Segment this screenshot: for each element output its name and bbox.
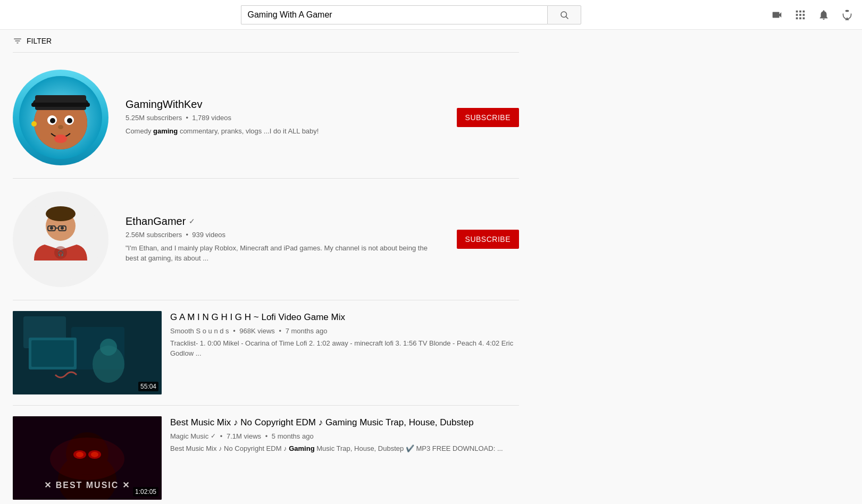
video-title-2[interactable]: Best Music Mix ♪ No Copyright EDM ♪ Gami… xyxy=(170,416,519,429)
video-info-1: G A M I N G H I G H ~ Lofi Video Game Mi… xyxy=(170,311,519,359)
channel-subscribers: 5.25M subscribers xyxy=(125,114,182,122)
svg-point-25 xyxy=(54,135,67,143)
svg-point-0 xyxy=(561,12,567,18)
svg-rect-11 xyxy=(846,10,849,11)
video-channel-1[interactable]: Smooth S o u n d s xyxy=(170,327,229,335)
desc-after: commentary, pranks, vlogs ...I do it ALL… xyxy=(178,127,319,135)
svg-point-22 xyxy=(50,118,55,123)
svg-point-33 xyxy=(50,226,53,230)
svg-point-34 xyxy=(61,226,64,230)
search-button[interactable] xyxy=(547,5,581,24)
svg-point-23 xyxy=(67,118,72,123)
svg-rect-8 xyxy=(796,17,798,19)
channel-meta: 5.25M subscribers • 1,789 videos xyxy=(125,114,440,122)
svg-point-24 xyxy=(58,125,63,129)
desc-before: Comedy xyxy=(125,127,153,135)
grid-icon[interactable] xyxy=(794,9,807,21)
channel-info-2: EthanGamer ✓ 2.56M subscribers • 939 vid… xyxy=(125,215,440,264)
svg-rect-10 xyxy=(803,17,805,19)
svg-point-29 xyxy=(46,206,76,221)
channel-name: GamingWithKev xyxy=(125,98,440,111)
video-duration-1: 55:04 xyxy=(138,382,158,391)
channel-avatar-2[interactable]: 🎧 xyxy=(13,191,108,287)
video-age-2: 5 months ago xyxy=(272,432,314,440)
channel-videos: 1,789 videos xyxy=(192,114,231,122)
channel-result-2: 🎧 EthanGamer ✓ 2.56M subscribers • 939 v… xyxy=(13,179,519,300)
desc-text-2: "I'm Ethan, and I mainly play Roblox, Mi… xyxy=(125,244,428,263)
avatar-image-2: 🎧 xyxy=(18,197,103,282)
svg-rect-5 xyxy=(796,14,798,16)
video-meta-1: Smooth S o u n d s • 968K views • 7 mont… xyxy=(170,327,519,335)
channel-name-text[interactable]: GamingWithKev xyxy=(125,98,203,111)
header-right xyxy=(771,9,853,21)
channel-subscribers-2: 2.56M subscribers xyxy=(125,231,182,239)
video-age-1: 7 months ago xyxy=(286,327,328,335)
svg-rect-4 xyxy=(803,10,805,12)
video-result-2: ✕ BEST MUSIC ✕ 1:02:05 Best Music Mix ♪ … xyxy=(13,406,519,504)
video-views-2: 7.1M views xyxy=(227,432,261,440)
svg-rect-9 xyxy=(799,17,801,19)
svg-line-1 xyxy=(566,16,568,19)
video-channel-2[interactable]: Magic Music xyxy=(170,432,208,440)
video-result-1: 55:04 G A M I N G H I G H ~ Lofi Video G… xyxy=(13,300,519,406)
channel-meta-2: 2.56M subscribers • 939 videos xyxy=(125,231,440,239)
channel-result: GamingWithKev 5.25M subscribers • 1,789 … xyxy=(13,57,519,179)
subscribe-button-kev[interactable]: SUBSCRIBE xyxy=(457,108,519,127)
video-duration-2: 1:02:05 xyxy=(133,487,158,497)
video-views-1: 968K views xyxy=(239,327,274,335)
avatar-image xyxy=(18,75,103,160)
svg-rect-19 xyxy=(31,103,90,107)
filter-label[interactable]: FILTER xyxy=(27,37,52,45)
video-description-1: Tracklist- 1. 0:00 Mikel - Ocarina of Ti… xyxy=(170,338,519,359)
video-thumbnail-1[interactable]: 55:04 xyxy=(13,311,162,394)
main-content: FILTER xyxy=(0,30,532,504)
subscribe-button-ethan[interactable]: SUBSCRIBE xyxy=(457,230,519,249)
verified-icon: ✓ xyxy=(189,217,195,225)
video-description-2: Best Music Mix ♪ No Copyright EDM ♪ Gami… xyxy=(170,443,519,454)
mic-icon[interactable] xyxy=(841,9,853,21)
svg-rect-3 xyxy=(799,10,801,12)
channel-avatar[interactable] xyxy=(13,70,108,165)
video-info-2: Best Music Mix ♪ No Copyright EDM ♪ Gami… xyxy=(170,416,519,453)
search-bar xyxy=(241,5,581,24)
video-desc-bold-2: Gaming xyxy=(289,444,314,452)
channel-videos-2: 939 videos xyxy=(192,231,225,239)
channel-name-2: EthanGamer ✓ xyxy=(125,215,440,228)
channel-info: GamingWithKev 5.25M subscribers • 1,789 … xyxy=(125,98,440,137)
filter-icon xyxy=(13,36,22,46)
video-desc-text-1: Tracklist- 1. 0:00 Mikel - Ocarina of Ti… xyxy=(170,339,513,358)
video-camera-icon[interactable] xyxy=(771,9,783,21)
svg-rect-6 xyxy=(799,14,801,16)
channel-description-2: "I'm Ethan, and I mainly play Roblox, Mi… xyxy=(125,243,440,264)
svg-rect-2 xyxy=(796,10,798,12)
svg-text:🎧: 🎧 xyxy=(57,250,64,257)
video-desc-before-2: Best Music Mix ♪ No Copyright EDM ♪ xyxy=(170,444,289,452)
header xyxy=(0,0,862,30)
header-center xyxy=(241,5,581,24)
bell-icon[interactable] xyxy=(817,9,830,21)
verified-badge-2: ✓ xyxy=(211,432,216,440)
channel-description: Comedy gaming commentary, pranks, vlogs … xyxy=(125,126,440,137)
video-title-1[interactable]: G A M I N G H I G H ~ Lofi Video Game Mi… xyxy=(170,311,519,324)
search-input[interactable] xyxy=(241,5,547,24)
video-desc-after-2: Music Trap, House, Dubstep ✔️ MP3 FREE D… xyxy=(315,444,503,452)
video-meta-2: Magic Music ✓ • 7.1M views • 5 months ag… xyxy=(170,432,519,440)
desc-bold: gaming xyxy=(153,127,178,135)
channel-name-text-2[interactable]: EthanGamer xyxy=(125,215,186,228)
filter-bar: FILTER xyxy=(13,30,519,53)
svg-rect-7 xyxy=(803,14,805,16)
video-thumbnail-2[interactable]: ✕ BEST MUSIC ✕ 1:02:05 xyxy=(13,416,162,500)
svg-point-26 xyxy=(31,121,37,127)
